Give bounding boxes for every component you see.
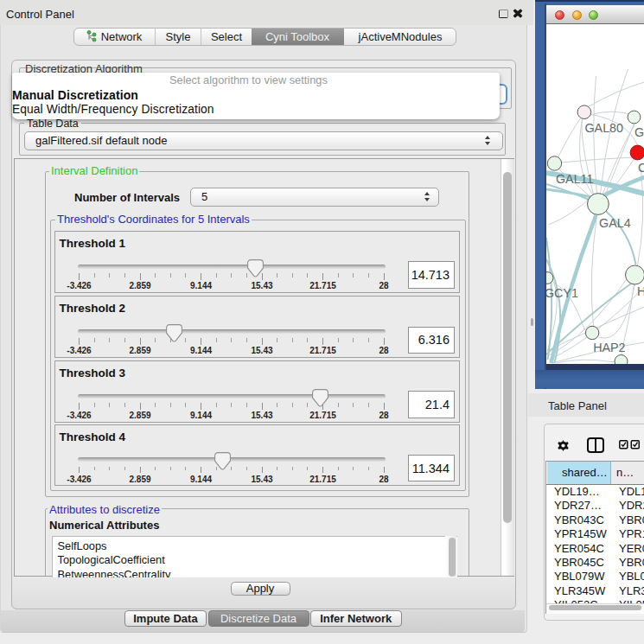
svg-text:GA: GA — [634, 125, 644, 139]
svg-text:GAL80: GAL80 — [584, 121, 623, 135]
svg-text:GAL4: GAL4 — [599, 216, 631, 230]
svg-text:H: H — [636, 284, 644, 298]
svg-text:C: C — [637, 161, 644, 175]
svg-text:HAP2: HAP2 — [593, 341, 625, 354]
svg-text:GAL11: GAL11 — [556, 172, 593, 186]
svg-text:GCY1: GCY1 — [546, 286, 578, 300]
